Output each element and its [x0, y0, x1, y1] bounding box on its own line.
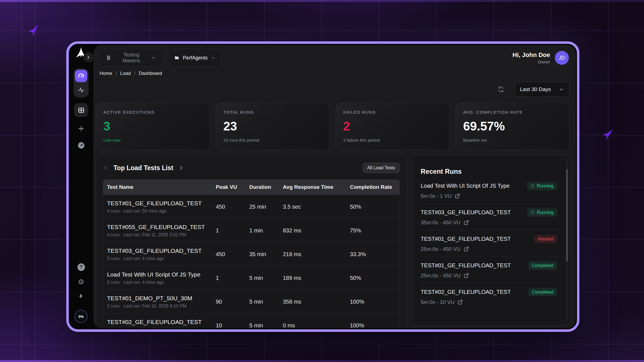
user-greeting: Hi, John Doe	[513, 51, 550, 59]
table-row[interactable]: TEST#01_DEMO_PT_50U_30M2 runs - Last run…	[103, 290, 399, 313]
open-run-button[interactable]	[457, 299, 463, 305]
open-run-button[interactable]	[463, 246, 469, 252]
duration-value: 5 min	[249, 322, 283, 328]
refresh-button[interactable]	[497, 85, 505, 94]
table-next-button[interactable]	[178, 165, 184, 171]
table-row[interactable]: TEST#03_GE_FILEUPLOAD_TEST3 runs - Last …	[103, 242, 399, 266]
peak-vu-value: 10	[216, 322, 249, 328]
chevron-down-icon	[211, 55, 215, 60]
recent-run-item[interactable]: TEST#03_GE_FILEUPLOAD_TEST Running 35m:0…	[421, 204, 558, 230]
stat-card-active-executions: ACTIVE EXECUTIONS 3 Live now	[96, 103, 210, 150]
organization-dropdown[interactable]: Testing Mavens	[99, 49, 162, 67]
scrollbar-track[interactable]	[566, 158, 568, 322]
breadcrumb-home[interactable]: Home	[100, 71, 112, 76]
test-name: TEST#03_GE_FILEUPLOAD_TEST	[107, 247, 216, 254]
avg-response-value: 3.5 sec	[283, 204, 350, 210]
chevron-down-icon	[151, 55, 156, 60]
sidebar-item-apps[interactable]	[74, 103, 88, 117]
test-meta: 4 runs - Last run: Feb 11, 2026 3:02 PM	[107, 232, 216, 237]
topbar: Testing Mavens PerfAgents Hi, John Doe O…	[99, 49, 569, 67]
table-row[interactable]: TEST#01_GE_FILEUPLOAD_TEST4 runs - Last …	[103, 195, 399, 218]
run-meta: 35m:0s - 450 VU	[421, 220, 461, 226]
column-peak-vu: Peak VU	[216, 184, 249, 190]
run-name: TEST#01_GE_FILEUPLOAD_TEST	[421, 236, 511, 242]
date-range-value: Last 30 Days	[520, 86, 551, 92]
speedometer-icon	[77, 142, 85, 149]
sidebar-expand-button[interactable]	[83, 52, 93, 62]
table-prev-button[interactable]	[103, 165, 108, 171]
sidebar-item-meter[interactable]	[69, 141, 93, 149]
table-row[interactable]: TEST#055_GE_FILEUPLOAD_TEST4 runs - Last…	[103, 218, 399, 242]
test-name: TEST#055_GE_FILEUPLOAD_TEST	[107, 224, 216, 230]
avg-response-value: 189 ms	[283, 275, 350, 281]
stat-subtext: Live now	[103, 138, 202, 143]
decorative-cursor-left-icon	[27, 23, 41, 38]
avg-response-value: 832 ms	[283, 227, 350, 234]
user-info: Hi, John Doe Owner JD	[513, 51, 569, 65]
test-meta: 2 runs - Last run: 4 mins ago	[107, 280, 216, 285]
sidebar-add-button[interactable]	[69, 124, 93, 133]
run-meta: 25m:0s - 450 VU	[421, 246, 461, 252]
date-range-select[interactable]: Last 30 Days	[515, 82, 569, 97]
chevron-right-icon	[86, 55, 91, 59]
table-header-bar: Top Load Tests List All Load Tests	[96, 155, 406, 179]
stat-cards: ACTIVE EXECUTIONS 3 Live now TOTAL RUNS …	[96, 103, 569, 150]
recent-run-item[interactable]: Load Test With UI Script Of JS Type Runn…	[421, 177, 558, 204]
test-name: TEST#02_GE_FILEUPLOAD_TEST	[107, 319, 216, 325]
organization-name: Testing Mavens	[115, 52, 148, 64]
open-run-button[interactable]	[463, 220, 469, 226]
sidebar-item-load-dashboard[interactable]	[75, 70, 87, 82]
stat-value: 2	[343, 120, 442, 132]
recent-run-item[interactable]: TEST#02_GE_FILEUPLOAD_TEST Completed 5m:…	[421, 283, 558, 309]
project-dropdown[interactable]: PerfAgents	[168, 49, 222, 67]
external-link-icon	[463, 273, 469, 278]
sidebar-item-activity[interactable]	[75, 84, 87, 96]
column-test-name: Test Name	[103, 184, 216, 190]
stat-subtext: 23 runs this period	[223, 138, 322, 143]
run-meta: 5m:0s - 10 VU	[421, 299, 454, 305]
sidebar-lightning-button[interactable]	[69, 292, 93, 300]
sidebar-nav-group	[74, 68, 89, 97]
breadcrumb-separator: /	[115, 71, 117, 76]
duration-value: 5 min	[249, 299, 283, 305]
recent-run-item[interactable]: TEST#01_GE_FILEUPLOAD_TEST Aborted 25m:0…	[421, 230, 558, 257]
column-avg-response-time: Avg Response Time	[283, 184, 350, 190]
plus-icon	[78, 125, 85, 132]
table-row[interactable]: TEST#02_GE_FILEUPLOAD_TEST1 runs - Last …	[103, 313, 399, 328]
run-name: TEST#01_GE_FILEUPLOAD_TEST	[421, 262, 511, 269]
stat-label: TOTAL RUNS	[223, 110, 322, 115]
stat-value: 23	[223, 120, 322, 132]
stat-label: FAILED RUNS	[343, 110, 442, 115]
breadcrumb-dashboard[interactable]: Dashboard	[139, 71, 162, 76]
all-load-tests-button[interactable]: All Load Tests	[363, 163, 400, 173]
open-run-button[interactable]	[454, 193, 460, 199]
question-mark-icon: ?	[77, 263, 85, 271]
test-meta: 4 runs - Last run: 50 mins ago	[107, 209, 216, 214]
duration-value: 25 min	[249, 204, 283, 210]
desktop-background: ? ⚙︎ 0%	[0, 0, 644, 362]
test-meta: 1 runs - Last run: Feb 19, 2026 12:15 AM	[107, 327, 216, 328]
recent-run-item[interactable]: TEST#01_GE_FILEUPLOAD_TEST Completed 25m…	[421, 257, 558, 283]
load-tests-table: Test Name Peak VU Duration Avg Response …	[103, 179, 400, 328]
table-title: Top Load Tests List	[113, 164, 173, 172]
dashboard-controls: Last 30 Days	[497, 82, 569, 97]
gear-icon: ⚙︎	[78, 278, 84, 285]
scrollbar-thumb[interactable]	[566, 169, 568, 261]
stat-value: 69.57%	[463, 120, 562, 132]
avatar[interactable]: JD	[555, 51, 569, 65]
run-meta: 5m:0s - 1 VU	[421, 193, 452, 199]
lightning-icon	[78, 293, 84, 299]
sidebar-settings-button[interactable]: ⚙︎	[69, 277, 93, 286]
usage-progress-ring[interactable]: 0%	[74, 310, 88, 323]
status-badge: Completed	[528, 288, 557, 296]
sidebar-help-button[interactable]: ?	[69, 263, 93, 271]
table-row[interactable]: Load Test With UI Script Of JS Type2 run…	[103, 266, 399, 290]
refresh-icon	[497, 86, 505, 93]
sidebar: ? ⚙︎ 0%	[69, 44, 93, 329]
stat-card-total-runs: TOTAL RUNS 23 23 runs this period	[216, 103, 330, 150]
breadcrumb-load[interactable]: Load	[120, 71, 131, 76]
completion-value: 100%	[350, 322, 399, 328]
stat-subtext: 2 failure this period	[343, 138, 442, 143]
test-name: TEST#01_GE_FILEUPLOAD_TEST	[107, 200, 216, 207]
open-run-button[interactable]	[463, 273, 469, 279]
